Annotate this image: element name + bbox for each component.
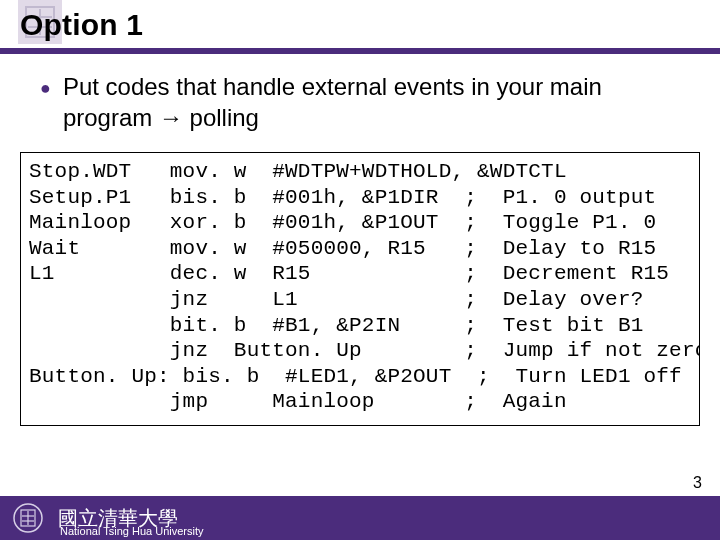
- footer-university-english: National Tsing Hua University: [60, 525, 203, 537]
- bullet-list: ● Put codes that handle external events …: [40, 72, 692, 133]
- code-line: Button. Up: bis. b #LED1, &P2OUT ; Turn …: [29, 365, 682, 388]
- code-line: L1 dec. w R15 ; Decrement R15: [29, 262, 669, 285]
- title-rule: [0, 48, 720, 54]
- code-line: Setup.P1 bis. b #001h, &P1DIR ; P1. 0 ou…: [29, 186, 656, 209]
- code-line: Mainloop xor. b #001h, &P1OUT ; Toggle P…: [29, 211, 656, 234]
- code-line: jnz Button. Up ; Jump if not zero: [29, 339, 700, 362]
- bullet-dot-icon: ●: [40, 77, 51, 133]
- code-line: Wait mov. w #050000, R15 ; Delay to R15: [29, 237, 656, 260]
- footer-seal-icon: [10, 500, 46, 536]
- bullet-text: Put codes that handle external events in…: [63, 72, 692, 133]
- page-number: 3: [693, 474, 702, 492]
- slide: Option 1 ● Put codes that handle externa…: [0, 0, 720, 540]
- code-line: jmp Mainloop ; Again: [29, 390, 567, 413]
- code-line: bit. b #B1, &P2IN ; Test bit B1: [29, 314, 644, 337]
- bullet-item: ● Put codes that handle external events …: [40, 72, 692, 133]
- slide-title: Option 1: [20, 8, 143, 42]
- code-block: Stop.WDT mov. w #WDTPW+WDTHOLD, &WDTCTL …: [20, 152, 700, 426]
- code-line: jnz L1 ; Delay over?: [29, 288, 644, 311]
- footer-bar: 國立清華大學 National Tsing Hua University: [0, 496, 720, 540]
- code-line: Stop.WDT mov. w #WDTPW+WDTHOLD, &WDTCTL: [29, 160, 567, 183]
